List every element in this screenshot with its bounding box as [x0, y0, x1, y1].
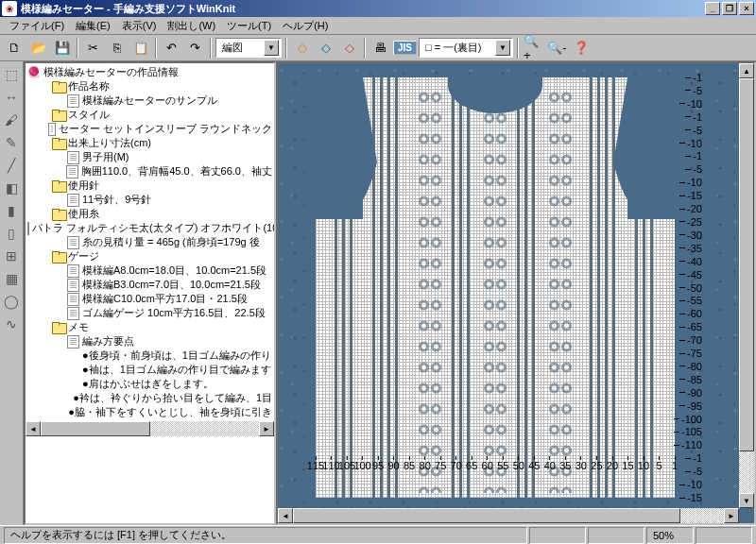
curve-tool[interactable]: ∿	[2, 314, 21, 333]
tree-folder[interactable]: メモ	[27, 320, 272, 334]
tree-item[interactable]: 模様編A8.0cm=18.0目、10.0cm=21.5段	[27, 264, 272, 278]
canvas-v-scrollbar[interactable]: ▲ ▼	[739, 63, 754, 508]
tree-item[interactable]: ●衿は、衿ぐりから拾い目をして編み、1目	[27, 391, 272, 405]
tree-root[interactable]: 🧶模様編みセーターの作品情報	[27, 65, 272, 79]
tree-panel[interactable]: 🧶模様編みセーターの作品情報作品名称模様編みセーターのサンプルスタイルセーター …	[24, 61, 276, 525]
tool-sidebar: ⬚ ↔ 🖌 ✎ ╱ ◧ ▮ ▯ ⊞ ▦ ◯ ∿	[0, 61, 24, 525]
tree-item[interactable]: パトラ フォルティシモ太(太タイプ) オフホワイト(10	[27, 221, 272, 235]
tree-item[interactable]: ●肩はかぶせはぎをします。	[27, 377, 272, 391]
tree-folder[interactable]: ゲージ	[27, 249, 272, 264]
zoom-out-button[interactable]: 🔍-	[546, 38, 568, 59]
save-button[interactable]: 💾	[51, 38, 73, 59]
tree-item[interactable]: 模様編B3.0cm=7.0目、10.0cm=21.5段	[27, 278, 272, 292]
folder-icon	[52, 251, 65, 263]
tree-item[interactable]: 編み方要点	[27, 334, 272, 348]
stitch-combo-value: □ = 一(裏目)	[421, 41, 495, 55]
copy-button[interactable]: ⎘	[106, 38, 128, 59]
color-3-button[interactable]: ◇	[338, 38, 360, 59]
document-icon	[67, 307, 79, 320]
redo-button[interactable]: ↷	[184, 38, 206, 59]
print-button[interactable]: 🖶	[369, 38, 391, 59]
color-1-button[interactable]: ◇	[291, 38, 313, 59]
cut-button[interactable]: ✂	[82, 38, 104, 59]
eraser-tool[interactable]: ◧	[2, 178, 21, 197]
scroll-right-icon[interactable]: ►	[724, 508, 739, 523]
menubar: ファイル(F) 編集(E) 表示(V) 割出し(W) ツール(T) ヘルプ(H)	[0, 17, 756, 35]
folder-icon	[52, 180, 65, 192]
menu-file[interactable]: ファイル(F)	[4, 17, 70, 35]
color-2-button[interactable]: ◇	[315, 38, 336, 59]
maximize-button[interactable]: ❐	[722, 2, 737, 15]
status-panel-1	[529, 527, 586, 544]
scroll-up-icon[interactable]: ▲	[739, 63, 754, 78]
scroll-right-icon[interactable]: ►	[259, 421, 274, 436]
status-panel-3	[696, 527, 752, 544]
tree-item[interactable]: 男子用(M)	[27, 150, 272, 164]
statusbar: ヘルプを表示するには [F1] を押してください。 50%	[0, 525, 756, 544]
view-combo[interactable]: 編図 ▼	[215, 38, 282, 58]
document-icon	[67, 293, 79, 306]
canvas-h-scrollbar[interactable]: ◄ ►	[278, 508, 739, 523]
brush-tool[interactable]: 🖌	[2, 110, 21, 129]
menu-edit[interactable]: 編集(E)	[70, 17, 116, 35]
knit-pattern	[316, 77, 675, 498]
tree-item[interactable]: セーター セットインスリーブ ラウンドネック	[27, 122, 272, 136]
undo-button[interactable]: ↶	[161, 38, 182, 59]
scroll-left-icon[interactable]: ◄	[26, 421, 41, 436]
zoom-in-button[interactable]: 🔍+	[523, 38, 544, 59]
document-icon	[67, 264, 79, 278]
document-icon	[67, 279, 79, 292]
stamp-tool[interactable]: ⊞	[2, 246, 21, 265]
line-tool[interactable]: ╱	[2, 156, 21, 175]
pencil-tool[interactable]: ✎	[2, 133, 21, 152]
fill-tool[interactable]: ▮	[2, 201, 21, 220]
document-icon	[67, 194, 79, 207]
tree-item[interactable]: 模様編みセーターのサンプル	[27, 94, 272, 108]
document-icon	[67, 236, 79, 249]
tree-item[interactable]: ゴム編ゲージ 10cm平方16.5目、22.5段	[27, 306, 272, 320]
folder-icon	[52, 322, 65, 333]
toolbar: 🗋 📂 💾 ✂ ⎘ 📋 ↶ ↷ 編図 ▼ ◇ ◇ ◇ 🖶 JIS □ = 一(裏…	[0, 35, 756, 61]
jis-label: JIS	[393, 41, 417, 55]
minimize-button[interactable]: _	[705, 2, 720, 15]
open-button[interactable]: 📂	[27, 38, 49, 59]
tree-item[interactable]: ●脇・袖下をすくいとじし、袖を身頃に引き	[27, 405, 272, 419]
content-area: ⬚ ↔ 🖌 ✎ ╱ ◧ ▮ ▯ ⊞ ▦ ◯ ∿ 🧶模様編みセーターの作品情報作品…	[0, 61, 756, 525]
help-button[interactable]: ❓	[570, 38, 592, 59]
stitch-combo[interactable]: □ = 一(裏目) ▼	[419, 38, 513, 58]
select-tool[interactable]: ⬚	[2, 65, 21, 84]
tree-item[interactable]: 糸の見積り量 = 465g (前身頃=179g 後	[27, 235, 272, 249]
tree-item[interactable]: 11号針、9号針	[27, 193, 272, 207]
grid-tool[interactable]: ▦	[2, 269, 21, 288]
new-button[interactable]: 🗋	[4, 38, 26, 59]
document-icon	[67, 94, 79, 108]
document-icon	[27, 222, 29, 235]
tree-item[interactable]: ●袖は、1目ゴム編みの作り目で編みます	[27, 363, 272, 377]
tree-item[interactable]: 模様編C10.0cm平方17.0目・21.5段	[27, 292, 272, 306]
menu-waridashi[interactable]: 割出し(W)	[162, 17, 221, 35]
menu-tool[interactable]: ツール(T)	[221, 17, 277, 35]
menu-help[interactable]: ヘルプ(H)	[277, 17, 334, 35]
scroll-down-icon[interactable]: ▼	[739, 493, 754, 508]
rect-tool[interactable]: ▯	[2, 224, 21, 243]
move-tool[interactable]: ↔	[2, 88, 21, 107]
circle-tool[interactable]: ◯	[2, 292, 21, 311]
folder-icon	[52, 138, 65, 149]
tree-item[interactable]: 胸囲110.0、背肩幅45.0、着丈66.0、袖丈	[27, 164, 272, 178]
tree-h-scrollbar[interactable]: ◄ ►	[26, 421, 274, 436]
tree-item[interactable]: ●後身頃・前身頃は、1目ゴム編みの作り	[27, 348, 272, 363]
scroll-left-icon[interactable]: ◄	[278, 508, 293, 523]
close-button[interactable]: ×	[739, 2, 754, 15]
document-icon	[48, 123, 56, 136]
status-help-text: ヘルプを表示するには [F1] を押してください。	[4, 527, 527, 544]
ruler-vertical: -1-5-10-1-5-10-1-5-10-15-20-25-30-35-40-…	[674, 77, 702, 498]
paste-button[interactable]: 📋	[129, 38, 151, 59]
pattern-canvas[interactable]: -1-5-10-1-5-10-1-5-10-15-20-25-30-35-40-…	[276, 61, 756, 525]
tree-folder[interactable]: スタイル	[27, 108, 272, 122]
document-icon	[67, 335, 79, 348]
tree-folder[interactable]: 作品名称	[27, 79, 272, 94]
tree-folder[interactable]: 使用針	[27, 178, 272, 193]
tree-folder[interactable]: 出来上り寸法(cm)	[27, 136, 272, 150]
tree-folder[interactable]: 使用糸	[27, 207, 272, 221]
menu-view[interactable]: 表示(V)	[116, 17, 163, 35]
